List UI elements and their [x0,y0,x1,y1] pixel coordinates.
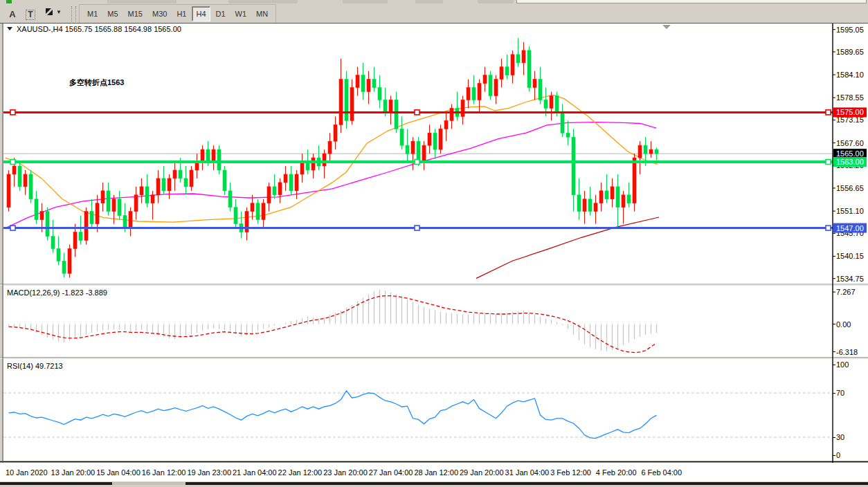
candle [417,141,420,162]
hline-handle[interactable] [10,226,15,230]
hline-1547.00-chip-label: 1547.00 [836,224,864,232]
candle [107,191,110,212]
candle [345,80,348,121]
candle [201,149,204,162]
time-axis-label: 13 Jan 20:00 [51,468,96,477]
candle [389,100,392,112]
candle [35,199,38,220]
tf-h1-button[interactable]: H1 [172,6,190,21]
candle [289,174,293,191]
candle [262,203,265,220]
candle [300,162,304,174]
tf-m5-button[interactable]: M5 [103,6,122,21]
hline-handle[interactable] [826,226,831,230]
candle [444,120,448,129]
scrollbar-thumb[interactable] [112,482,186,485]
arrows-tool-button[interactable]: ▼ [40,3,65,20]
hline-handle[interactable] [415,110,419,115]
candle [251,203,254,212]
candle [212,149,215,162]
hline-handle[interactable] [415,226,419,230]
xauusd-h4-chart[interactable]: XAUUSD-,H4 1565.75 1565.88 1564.98 1565.… [0,23,868,487]
tf-mn-button[interactable]: MN [252,6,272,21]
candle [334,125,337,141]
hline-handle[interactable] [10,160,15,165]
rsi-pane[interactable] [3,359,868,461]
candle [400,129,404,145]
font-tool-button[interactable]: A [4,6,21,23]
candle [190,170,193,187]
candle [483,75,487,84]
text-label-tool-button[interactable]: T [22,7,39,24]
candle [638,145,642,158]
candle [57,248,60,261]
chart-area[interactable]: XAUUSD-,H4 1565.75 1565.88 1564.98 1565.… [0,23,868,487]
candle [328,141,332,154]
candle [655,149,658,154]
scrollbar-track-right[interactable] [186,482,868,485]
hline-1563.00-chip-label: 1563.00 [836,158,864,166]
scrollbar-track-left[interactable] [0,482,112,485]
candle [522,50,525,63]
candle [478,84,481,100]
macd-scale-label: 7.267 [836,288,856,296]
candle [411,141,415,154]
candle [46,212,49,237]
cropped-icon [343,0,388,3]
tf-h4-button[interactable]: H4 [192,6,210,21]
candle [588,199,592,212]
time-axis-label: 10 Jan 2020 [6,468,48,477]
rsi-label: RSI(14) 49.7213 [7,362,63,370]
price-tick-label: 1578.55 [836,93,864,102]
candle [156,178,160,195]
candle [228,191,232,208]
candle [527,50,531,88]
macd-scale-label: 0.00 [836,320,851,329]
candle [311,158,315,170]
rsi-scale-label: 70 [836,389,844,397]
annotation-text[interactable]: 多空转折点1563 [69,78,124,86]
candle [278,183,282,195]
candle [134,195,138,212]
time-axis-label: 19 Jan 23:00 [187,468,231,477]
hline-handle[interactable] [415,160,419,165]
time-axis-label: 4 Feb 20:00 [596,468,637,477]
hline-handle[interactable] [826,160,831,165]
candle [594,203,597,212]
candle [428,133,431,145]
candle [40,212,44,220]
rsi-scale-label: 0 [836,451,840,459]
chevron-down-icon: ▼ [56,9,62,15]
hline-handle[interactable] [10,110,15,115]
candle [62,261,66,273]
time-axis-label: 21 Jan 04:00 [233,468,277,477]
candle [433,133,437,149]
candle [633,158,636,203]
time-axis-label: 29 Jan 20:00 [460,468,504,477]
candle [173,170,177,178]
tf-m1-button[interactable]: M1 [83,6,102,21]
candle [649,149,653,154]
tf-w1-button[interactable]: W1 [231,6,251,21]
tf-m15-button[interactable]: M15 [124,6,147,21]
candle [18,166,21,187]
price-tick-label: 1534.75 [836,275,864,283]
candle [295,174,298,191]
tf-m30-button[interactable]: M30 [148,6,171,21]
time-axis-label: 3 Feb 12:00 [550,468,591,477]
time-axis-label: 27 Jan 04:00 [369,468,413,477]
candle [168,178,171,191]
candle [223,170,226,191]
toolbar-grip[interactable] [71,6,76,21]
tf-d1-button[interactable]: D1 [212,6,230,21]
price-tick-label: 1551.10 [836,207,864,215]
candle [616,187,620,208]
candle [267,187,271,203]
candle [367,80,370,92]
candle [599,191,603,203]
candle [627,195,631,203]
macd-pane[interactable] [3,286,868,357]
candle [505,67,509,75]
candle [101,191,105,203]
hline-handle[interactable] [826,110,831,115]
